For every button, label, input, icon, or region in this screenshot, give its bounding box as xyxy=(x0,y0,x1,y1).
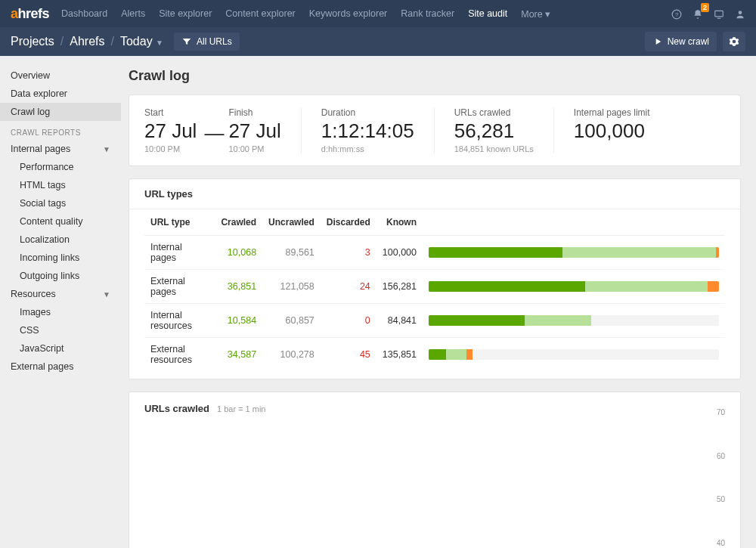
sidebar-item-performance[interactable]: Performance xyxy=(0,158,121,176)
sidebar-item-incoming-links[interactable]: Incoming links xyxy=(0,249,121,267)
user-icon[interactable] xyxy=(735,8,745,20)
y-tick: 50 xyxy=(717,495,725,503)
col-type: URL type xyxy=(144,209,215,236)
start-value: 27 Jul xyxy=(144,119,197,143)
duration-label: Duration xyxy=(321,107,414,118)
nav-item-content-explorer[interactable]: Content explorer xyxy=(225,8,295,20)
sidebar-item-data-explorer[interactable]: Data explorer xyxy=(0,85,121,103)
finish-value: 27 Jul xyxy=(228,119,280,143)
svg-text:?: ? xyxy=(675,11,678,18)
logo[interactable]: ahrefs xyxy=(11,6,49,22)
play-icon xyxy=(652,36,663,47)
sidebar-item-external-pages[interactable]: External pages xyxy=(0,358,121,376)
nav-item-rank-tracker[interactable]: Rank tracker xyxy=(401,8,454,20)
urls-crawled-label: URLs crawled xyxy=(454,107,534,118)
sidebar-item-internal-pages[interactable]: Internal pages▼ xyxy=(0,140,121,158)
nav-item-site-explorer[interactable]: Site explorer xyxy=(159,8,212,20)
duration-value: 1:12:14:05 xyxy=(321,119,414,143)
sidebar-item-social-tags[interactable]: Social tags xyxy=(0,194,121,212)
sidebar-item-overview[interactable]: Overview xyxy=(0,67,121,85)
sidebar-item-content-quality[interactable]: Content quality xyxy=(0,212,121,231)
start-sub: 10:00 PM xyxy=(144,144,197,153)
sidebar-item-localization[interactable]: Localization xyxy=(0,231,121,249)
filter-icon xyxy=(181,36,192,47)
topnav-items: DashboardAlertsSite explorerContent expl… xyxy=(61,8,550,20)
sidebar-item-html-tags[interactable]: HTML tags xyxy=(0,176,121,194)
chart-title: URLs crawled xyxy=(144,403,209,414)
screen-icon[interactable] xyxy=(714,8,724,20)
y-tick: 70 xyxy=(717,408,725,416)
svg-rect-2 xyxy=(715,11,723,17)
finish-sub: 10:00 PM xyxy=(228,144,280,153)
limit-label: Internal pages limit xyxy=(574,107,650,118)
sidebar: OverviewData explorerCrawl log CRAWL REP… xyxy=(0,56,121,548)
main-content: Crawl log Start 27 Jul 10:00 PM — Finish… xyxy=(121,56,756,548)
top-nav: ahrefs DashboardAlertsSite explorerConte… xyxy=(0,0,756,27)
sidebar-item-resources[interactable]: Resources▼ xyxy=(0,285,121,303)
nav-item-more[interactable]: More ▾ xyxy=(521,8,550,20)
breadcrumb-date[interactable]: Today ▼ xyxy=(120,35,163,48)
nav-item-site-audit[interactable]: Site audit xyxy=(468,8,507,20)
table-row: External pages36,851121,05824156,281 xyxy=(144,270,725,304)
help-icon[interactable]: ? xyxy=(671,8,682,20)
limit-value: 100,000 xyxy=(574,119,650,143)
urls-crawled-value: 56,281 xyxy=(454,119,534,143)
breadcrumb: Projects / Ahrefs / Today ▼ xyxy=(11,35,163,48)
finish-label: Finish xyxy=(228,107,280,118)
svg-point-3 xyxy=(739,11,742,14)
settings-button[interactable] xyxy=(723,32,745,51)
page-title: Crawl log xyxy=(129,68,741,84)
url-types-table: URL type Crawled Uncrawled Discarded Kno… xyxy=(144,209,725,371)
y-tick: 60 xyxy=(717,451,725,460)
col-known: Known xyxy=(376,209,423,236)
breadcrumb-projects[interactable]: Projects xyxy=(11,35,54,48)
notif-badge: 2 xyxy=(701,3,709,12)
sidebar-item-outgoing-links[interactable]: Outgoing links xyxy=(0,267,121,285)
table-row: Internal pages10,06889,5613100,000 xyxy=(144,236,725,270)
start-label: Start xyxy=(144,107,197,118)
urls-crawled-chart: 40506070 xyxy=(144,420,725,548)
sidebar-item-css[interactable]: CSS xyxy=(0,321,121,339)
nav-item-dashboard[interactable]: Dashboard xyxy=(61,8,107,20)
col-discarded: Discarded xyxy=(321,209,376,236)
duration-sub: d:hh:mm:ss xyxy=(321,144,414,153)
table-row: Internal resources10,58460,857084,841 xyxy=(144,304,725,338)
y-tick: 40 xyxy=(717,538,725,546)
sidebar-item-images[interactable]: Images xyxy=(0,303,121,321)
table-row: External resources34,587100,27845135,851 xyxy=(144,338,725,372)
new-crawl-button[interactable]: New crawl xyxy=(645,32,717,51)
sidebar-heading-crawl-reports: CRAWL REPORTS xyxy=(0,121,121,140)
url-types-title: URL types xyxy=(129,179,740,209)
col-crawled: Crawled xyxy=(215,209,262,236)
chart-subtitle: 1 bar = 1 min xyxy=(217,404,266,413)
col-uncrawled: Uncrawled xyxy=(262,209,321,236)
breadcrumb-project[interactable]: Ahrefs xyxy=(70,35,104,48)
urls-crawled-card: URLs crawled 1 bar = 1 min 40506070 2xx3… xyxy=(129,392,741,548)
bell-icon[interactable]: 2 xyxy=(692,8,703,20)
nav-item-alerts[interactable]: Alerts xyxy=(121,8,145,20)
nav-item-keywords-explorer[interactable]: Keywords explorer xyxy=(309,8,388,20)
url-types-card: URL types URL type Crawled Uncrawled Dis… xyxy=(129,178,741,379)
summary-card: Start 27 Jul 10:00 PM — Finish 27 Jul 10… xyxy=(129,94,741,166)
urls-crawled-sub: 184,851 known URLs xyxy=(454,144,534,153)
sidebar-item-crawl-log[interactable]: Crawl log xyxy=(0,103,121,121)
gear-icon xyxy=(729,36,739,47)
filter-urls-button[interactable]: All URLs xyxy=(174,33,240,51)
sub-header: Projects / Ahrefs / Today ▼ All URLs New… xyxy=(0,27,756,56)
sidebar-item-javascript[interactable]: JavaScript xyxy=(0,339,121,358)
